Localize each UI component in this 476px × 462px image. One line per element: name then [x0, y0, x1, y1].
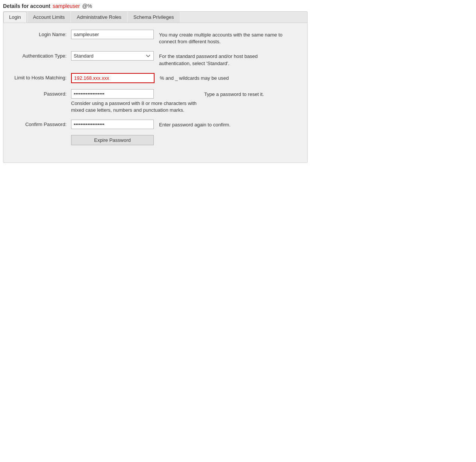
auth-type-row: Authentication Type: Standard For the st… [11, 51, 300, 67]
auth-type-select[interactable]: Standard [71, 51, 154, 61]
confirm-password-hint: Enter password again to confirm. [159, 120, 230, 128]
tab-schema-privileges[interactable]: Schema Privileges [128, 12, 180, 23]
expire-password-row: Expire Password [11, 135, 300, 145]
host-matching-row: Limit to Hosts Matching: % and _ wildcar… [11, 73, 300, 83]
host-field-wrapper [71, 73, 155, 83]
tab-administrative-roles[interactable]: Administrative Roles [71, 12, 127, 23]
password-row: Password: Consider using a password with… [11, 89, 300, 114]
login-tab-content: Login Name: You may create multiple acco… [3, 23, 307, 163]
host-matching-label: Limit to Hosts Matching: [11, 73, 71, 81]
login-name-hint: You may create multiple accounts with th… [159, 30, 287, 45]
password-hint2: Consider using a password with 8 or more… [71, 100, 199, 114]
page-title: Details for account [3, 3, 50, 9]
password-label: Password: [11, 89, 71, 97]
auth-type-label: Authentication Type: [11, 51, 71, 59]
auth-type-select-group: Standard [71, 51, 154, 61]
confirm-password-row: Confirm Password: Enter password again t… [11, 120, 300, 129]
account-suffix: @% [82, 3, 92, 9]
confirm-password-input-group [71, 120, 154, 129]
expire-password-spacer [11, 135, 71, 137]
host-matching-input[interactable] [72, 74, 154, 82]
login-name-input[interactable] [71, 30, 154, 39]
login-name-label: Login Name: [11, 30, 71, 37]
password-input-group: Consider using a password with 8 or more… [71, 89, 199, 114]
password-input[interactable] [71, 89, 154, 99]
page-header: Details for account sampleuser @% [3, 3, 473, 9]
tab-account-limits[interactable]: Account Limits [27, 12, 71, 23]
tab-login[interactable]: Login [3, 12, 27, 23]
login-name-row: Login Name: You may create multiple acco… [11, 30, 300, 45]
host-matching-hint: % and _ wildcards may be used [160, 73, 229, 82]
tab-panel: Login Account Limits Administrative Role… [3, 11, 308, 163]
expire-password-button[interactable]: Expire Password [71, 135, 154, 145]
confirm-password-input[interactable] [71, 120, 154, 129]
tab-bar: Login Account Limits Administrative Role… [3, 12, 307, 23]
login-name-input-group [71, 30, 154, 39]
account-username: sampleuser [53, 3, 80, 9]
password-hint: Type a password to reset it. [204, 89, 264, 98]
auth-type-hint: For the standard password and/or host ba… [159, 51, 287, 67]
confirm-password-label: Confirm Password: [11, 120, 71, 127]
